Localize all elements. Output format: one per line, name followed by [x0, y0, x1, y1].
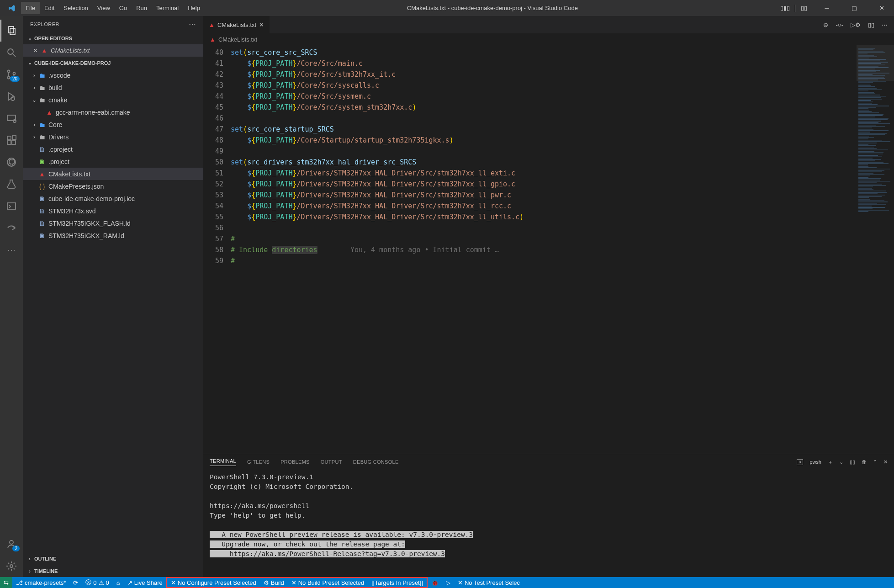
terminal-output[interactable]: PowerShell 7.3.0-preview.1Copyright (c) …: [203, 470, 894, 577]
cmake-icon: ▲: [45, 109, 54, 116]
layout-controls: ▯▮▯ │ ▯▯: [780, 5, 807, 11]
test-preset-button[interactable]: ✕ No Test Preset Selec: [454, 577, 524, 588]
menu-go[interactable]: Go: [115, 2, 132, 14]
branch-button[interactable]: ⎇ cmake-presets*: [12, 577, 69, 588]
code-editor[interactable]: 4041424344454647484950515253545556575859…: [203, 45, 894, 454]
minimap[interactable]: [857, 45, 894, 454]
menu-edit[interactable]: Edit: [40, 2, 59, 14]
outline-section[interactable]: › OUTLINE: [23, 552, 203, 565]
tree-item[interactable]: 🗎STM32H735IGKX_RAM.ld: [23, 229, 203, 242]
test-icon[interactable]: [0, 173, 22, 195]
panel-tab-problems[interactable]: PROBLEMS: [280, 459, 310, 465]
chevron-up-icon[interactable]: ⌃: [873, 459, 877, 465]
svg-rect-15: [7, 203, 16, 209]
terminal-shell-icon[interactable]: >: [797, 459, 803, 465]
close-button[interactable]: ✕: [872, 1, 891, 15]
close-tab-icon[interactable]: ✕: [259, 21, 264, 28]
search-icon[interactable]: [0, 42, 22, 64]
share-icon[interactable]: [0, 217, 22, 239]
breadcrumb[interactable]: ▲ CMakeLists.txt: [203, 33, 894, 45]
activity-bar: 20 ⋯ 2: [0, 16, 23, 577]
new-terminal-icon[interactable]: ＋: [828, 459, 833, 466]
menu-view[interactable]: View: [93, 2, 115, 14]
menu-selection[interactable]: Selection: [59, 2, 92, 14]
tree-item[interactable]: 🗎cube-ide-cmake-demo-proj.ioc: [23, 192, 203, 205]
branch-label: cmake-presets*: [25, 579, 66, 586]
maximize-button[interactable]: ▢: [845, 1, 864, 15]
timeline-section[interactable]: › TIMELINE: [23, 565, 203, 577]
tree-item[interactable]: { }CMakePresets.json: [23, 180, 203, 192]
configure-preset-label: No Configure Preset Selected: [178, 579, 256, 586]
menu-help[interactable]: Help: [183, 2, 205, 14]
statusbar: ⇆ ⎇ cmake-presets* ⟳ ⓧ0 ⚠0 ⌂ ↗ Live Shar…: [0, 577, 894, 588]
tree-item[interactable]: ›🖿Core: [23, 118, 203, 131]
explorer-label: EXPLORER: [30, 21, 59, 27]
live-share-button[interactable]: ↗ Live Share: [124, 577, 166, 588]
source-control-icon[interactable]: 20: [0, 64, 22, 85]
github-icon[interactable]: [0, 151, 22, 173]
split-terminal-icon[interactable]: ▯▯: [850, 459, 855, 465]
tree-item[interactable]: ›🖿Drivers: [23, 131, 203, 143]
panel-tab-terminal[interactable]: TERMINAL: [210, 458, 236, 466]
layout-icon[interactable]: │: [793, 5, 797, 11]
remote-explorer-icon[interactable]: [0, 107, 22, 129]
run-debug-icon[interactable]: [0, 85, 22, 107]
menu-run[interactable]: Run: [132, 2, 152, 14]
svg-rect-12: [12, 141, 16, 144]
panel-tab-debug-console[interactable]: DEBUG CONSOLE: [353, 459, 399, 465]
output-icon[interactable]: [0, 195, 22, 217]
editor-tab[interactable]: ▲ CMakeLists.txt ✕: [203, 16, 270, 33]
timeline-label: TIMELINE: [34, 568, 58, 574]
line-numbers: 4041424344454647484950515253545556575859: [203, 45, 231, 454]
panel-tab-output[interactable]: OUTPUT: [321, 459, 342, 465]
panel-tab-gitlens[interactable]: GITLENS: [247, 459, 270, 465]
tree-item[interactable]: 🗎.project: [23, 155, 203, 168]
minimize-button[interactable]: ─: [817, 1, 836, 15]
build-preset-label: No Build Preset Selected: [298, 579, 365, 586]
tree-item[interactable]: 🗎.cproject: [23, 143, 203, 155]
tree-item[interactable]: 🗎STM32H73x.svd: [23, 205, 203, 217]
more-icon[interactable]: ⋯: [882, 21, 888, 28]
tree-item[interactable]: ›🖿build: [23, 81, 203, 94]
tree-item[interactable]: ▲CMakeLists.txt: [23, 168, 203, 180]
shell-label[interactable]: pwsh: [809, 459, 821, 465]
layout-icon[interactable]: ▯▮▯: [780, 5, 790, 11]
remote-button[interactable]: ⇆: [0, 577, 12, 588]
open-editors-section[interactable]: ⌄ OPEN EDITORS: [23, 32, 203, 44]
extensions-icon[interactable]: [0, 129, 22, 151]
git-commit-icon[interactable]: -○-: [836, 21, 843, 28]
tree-item[interactable]: ›🖿.vscode: [23, 69, 203, 81]
layout-icon[interactable]: ▯▯: [801, 5, 807, 11]
home-button[interactable]: ⌂: [113, 577, 124, 588]
more-icon[interactable]: ⋯: [0, 239, 22, 261]
menu-terminal[interactable]: Terminal: [152, 2, 183, 14]
run-icon[interactable]: ▷⚙: [851, 21, 861, 28]
folder-icon: 🖿: [37, 84, 47, 91]
settings-gear-icon[interactable]: [0, 555, 22, 577]
problems-button[interactable]: ⓧ0 ⚠0: [82, 577, 112, 588]
accounts-icon[interactable]: 2: [0, 533, 22, 555]
build-preset-button[interactable]: ✕ No Build Preset Selected: [288, 578, 368, 587]
debug-launch-button[interactable]: 🐞: [428, 577, 442, 588]
configure-preset-button[interactable]: ✕ No Configure Preset Selected: [167, 578, 260, 587]
close-icon[interactable]: ✕: [33, 47, 38, 54]
open-editor-item[interactable]: ✕▲CMakeLists.txt: [23, 44, 203, 57]
git-commit-icon[interactable]: ⊖: [823, 21, 828, 28]
split-icon[interactable]: ▯▯: [868, 21, 874, 28]
trash-icon[interactable]: 🗑: [862, 459, 867, 465]
targets-button[interactable]: [[Targets In Preset]]: [368, 578, 427, 587]
sync-button[interactable]: ⟳: [69, 577, 82, 588]
menu-file[interactable]: File: [21, 2, 40, 14]
code-content[interactable]: set(src_core_src_SRCS ${PROJ_PATH}/Core/…: [231, 45, 857, 454]
close-panel-icon[interactable]: ✕: [883, 459, 888, 465]
tree-label: .cproject: [48, 146, 73, 153]
tree-item[interactable]: ▲gcc-arm-none-eabi.cmake: [23, 106, 203, 118]
build-button[interactable]: ⚙ Build: [260, 578, 288, 587]
project-section[interactable]: ⌄ CUBE-IDE-CMAKE-DEMO-PROJ: [23, 57, 203, 69]
chevron-down-icon[interactable]: ⌄: [839, 459, 843, 465]
tree-item[interactable]: 🗎STM32H735IGKX_FLASH.ld: [23, 217, 203, 229]
tree-item[interactable]: ⌄🖿cmake: [23, 94, 203, 106]
run-launch-button[interactable]: ▷: [442, 577, 454, 588]
more-icon[interactable]: ⋯: [189, 20, 196, 28]
explorer-icon[interactable]: [0, 20, 22, 42]
